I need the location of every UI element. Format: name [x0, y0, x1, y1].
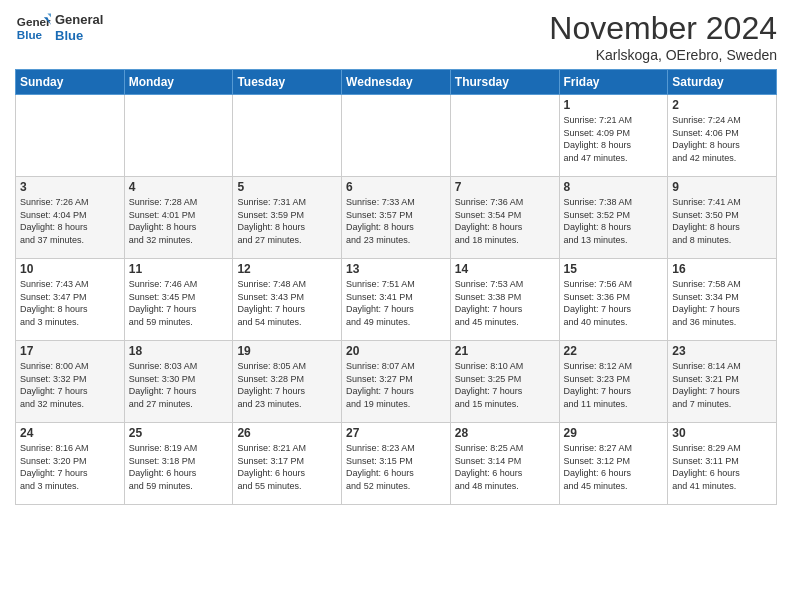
- svg-text:Blue: Blue: [17, 28, 43, 41]
- day-info: Sunrise: 7:38 AM Sunset: 3:52 PM Dayligh…: [564, 196, 664, 246]
- location-subtitle: Karlskoga, OErebro, Sweden: [549, 47, 777, 63]
- day-number: 13: [346, 262, 446, 276]
- logo: General Blue General Blue: [15, 10, 103, 46]
- day-info: Sunrise: 7:24 AM Sunset: 4:06 PM Dayligh…: [672, 114, 772, 164]
- calendar-cell: 23Sunrise: 8:14 AM Sunset: 3:21 PM Dayli…: [668, 341, 777, 423]
- day-number: 7: [455, 180, 555, 194]
- day-info: Sunrise: 8:00 AM Sunset: 3:32 PM Dayligh…: [20, 360, 120, 410]
- day-info: Sunrise: 8:29 AM Sunset: 3:11 PM Dayligh…: [672, 442, 772, 492]
- day-info: Sunrise: 8:14 AM Sunset: 3:21 PM Dayligh…: [672, 360, 772, 410]
- day-info: Sunrise: 8:03 AM Sunset: 3:30 PM Dayligh…: [129, 360, 229, 410]
- day-number: 4: [129, 180, 229, 194]
- day-info: Sunrise: 7:21 AM Sunset: 4:09 PM Dayligh…: [564, 114, 664, 164]
- day-info: Sunrise: 7:28 AM Sunset: 4:01 PM Dayligh…: [129, 196, 229, 246]
- title-block: November 2024 Karlskoga, OErebro, Sweden: [549, 10, 777, 63]
- header-wednesday: Wednesday: [342, 70, 451, 95]
- day-info: Sunrise: 8:16 AM Sunset: 3:20 PM Dayligh…: [20, 442, 120, 492]
- calendar: Sunday Monday Tuesday Wednesday Thursday…: [15, 69, 777, 505]
- calendar-cell: 22Sunrise: 8:12 AM Sunset: 3:23 PM Dayli…: [559, 341, 668, 423]
- day-number: 19: [237, 344, 337, 358]
- day-number: 22: [564, 344, 664, 358]
- calendar-cell: 4Sunrise: 7:28 AM Sunset: 4:01 PM Daylig…: [124, 177, 233, 259]
- day-number: 21: [455, 344, 555, 358]
- calendar-cell: 7Sunrise: 7:36 AM Sunset: 3:54 PM Daylig…: [450, 177, 559, 259]
- svg-text:General: General: [17, 15, 51, 28]
- calendar-cell: 5Sunrise: 7:31 AM Sunset: 3:59 PM Daylig…: [233, 177, 342, 259]
- calendar-cell: 28Sunrise: 8:25 AM Sunset: 3:14 PM Dayli…: [450, 423, 559, 505]
- day-number: 3: [20, 180, 120, 194]
- calendar-week-row: 1Sunrise: 7:21 AM Sunset: 4:09 PM Daylig…: [16, 95, 777, 177]
- calendar-cell: 14Sunrise: 7:53 AM Sunset: 3:38 PM Dayli…: [450, 259, 559, 341]
- day-number: 29: [564, 426, 664, 440]
- day-info: Sunrise: 7:41 AM Sunset: 3:50 PM Dayligh…: [672, 196, 772, 246]
- calendar-cell: [450, 95, 559, 177]
- day-number: 27: [346, 426, 446, 440]
- day-number: 8: [564, 180, 664, 194]
- day-info: Sunrise: 8:19 AM Sunset: 3:18 PM Dayligh…: [129, 442, 229, 492]
- day-number: 25: [129, 426, 229, 440]
- day-info: Sunrise: 7:36 AM Sunset: 3:54 PM Dayligh…: [455, 196, 555, 246]
- day-info: Sunrise: 7:33 AM Sunset: 3:57 PM Dayligh…: [346, 196, 446, 246]
- day-number: 26: [237, 426, 337, 440]
- calendar-cell: 17Sunrise: 8:00 AM Sunset: 3:32 PM Dayli…: [16, 341, 125, 423]
- day-number: 9: [672, 180, 772, 194]
- day-info: Sunrise: 7:43 AM Sunset: 3:47 PM Dayligh…: [20, 278, 120, 328]
- header-thursday: Thursday: [450, 70, 559, 95]
- day-number: 17: [20, 344, 120, 358]
- day-info: Sunrise: 8:07 AM Sunset: 3:27 PM Dayligh…: [346, 360, 446, 410]
- calendar-cell: [16, 95, 125, 177]
- calendar-cell: 11Sunrise: 7:46 AM Sunset: 3:45 PM Dayli…: [124, 259, 233, 341]
- day-info: Sunrise: 7:46 AM Sunset: 3:45 PM Dayligh…: [129, 278, 229, 328]
- day-number: 14: [455, 262, 555, 276]
- weekday-header-row: Sunday Monday Tuesday Wednesday Thursday…: [16, 70, 777, 95]
- day-info: Sunrise: 8:27 AM Sunset: 3:12 PM Dayligh…: [564, 442, 664, 492]
- day-number: 2: [672, 98, 772, 112]
- calendar-cell: 13Sunrise: 7:51 AM Sunset: 3:41 PM Dayli…: [342, 259, 451, 341]
- day-number: 12: [237, 262, 337, 276]
- day-info: Sunrise: 7:56 AM Sunset: 3:36 PM Dayligh…: [564, 278, 664, 328]
- calendar-cell: 3Sunrise: 7:26 AM Sunset: 4:04 PM Daylig…: [16, 177, 125, 259]
- header-sunday: Sunday: [16, 70, 125, 95]
- day-info: Sunrise: 8:25 AM Sunset: 3:14 PM Dayligh…: [455, 442, 555, 492]
- header-saturday: Saturday: [668, 70, 777, 95]
- calendar-cell: 16Sunrise: 7:58 AM Sunset: 3:34 PM Dayli…: [668, 259, 777, 341]
- header: General Blue General Blue November 2024 …: [15, 10, 777, 63]
- day-number: 10: [20, 262, 120, 276]
- header-tuesday: Tuesday: [233, 70, 342, 95]
- day-info: Sunrise: 7:53 AM Sunset: 3:38 PM Dayligh…: [455, 278, 555, 328]
- calendar-cell: [124, 95, 233, 177]
- header-friday: Friday: [559, 70, 668, 95]
- calendar-cell: 19Sunrise: 8:05 AM Sunset: 3:28 PM Dayli…: [233, 341, 342, 423]
- calendar-week-row: 3Sunrise: 7:26 AM Sunset: 4:04 PM Daylig…: [16, 177, 777, 259]
- calendar-cell: 18Sunrise: 8:03 AM Sunset: 3:30 PM Dayli…: [124, 341, 233, 423]
- calendar-cell: 29Sunrise: 8:27 AM Sunset: 3:12 PM Dayli…: [559, 423, 668, 505]
- header-monday: Monday: [124, 70, 233, 95]
- day-number: 15: [564, 262, 664, 276]
- day-info: Sunrise: 8:10 AM Sunset: 3:25 PM Dayligh…: [455, 360, 555, 410]
- calendar-cell: 2Sunrise: 7:24 AM Sunset: 4:06 PM Daylig…: [668, 95, 777, 177]
- calendar-cell: 9Sunrise: 7:41 AM Sunset: 3:50 PM Daylig…: [668, 177, 777, 259]
- day-number: 23: [672, 344, 772, 358]
- calendar-week-row: 17Sunrise: 8:00 AM Sunset: 3:32 PM Dayli…: [16, 341, 777, 423]
- day-number: 20: [346, 344, 446, 358]
- day-info: Sunrise: 7:58 AM Sunset: 3:34 PM Dayligh…: [672, 278, 772, 328]
- calendar-cell: 6Sunrise: 7:33 AM Sunset: 3:57 PM Daylig…: [342, 177, 451, 259]
- calendar-cell: 12Sunrise: 7:48 AM Sunset: 3:43 PM Dayli…: [233, 259, 342, 341]
- calendar-cell: [233, 95, 342, 177]
- day-number: 1: [564, 98, 664, 112]
- calendar-cell: 15Sunrise: 7:56 AM Sunset: 3:36 PM Dayli…: [559, 259, 668, 341]
- calendar-week-row: 10Sunrise: 7:43 AM Sunset: 3:47 PM Dayli…: [16, 259, 777, 341]
- day-number: 16: [672, 262, 772, 276]
- day-info: Sunrise: 7:48 AM Sunset: 3:43 PM Dayligh…: [237, 278, 337, 328]
- calendar-cell: 21Sunrise: 8:10 AM Sunset: 3:25 PM Dayli…: [450, 341, 559, 423]
- day-number: 11: [129, 262, 229, 276]
- day-number: 30: [672, 426, 772, 440]
- logo-text-line2: Blue: [55, 28, 103, 44]
- calendar-cell: 1Sunrise: 7:21 AM Sunset: 4:09 PM Daylig…: [559, 95, 668, 177]
- day-info: Sunrise: 7:26 AM Sunset: 4:04 PM Dayligh…: [20, 196, 120, 246]
- calendar-cell: 30Sunrise: 8:29 AM Sunset: 3:11 PM Dayli…: [668, 423, 777, 505]
- logo-text-line1: General: [55, 12, 103, 28]
- day-number: 28: [455, 426, 555, 440]
- month-title: November 2024: [549, 10, 777, 47]
- day-info: Sunrise: 8:23 AM Sunset: 3:15 PM Dayligh…: [346, 442, 446, 492]
